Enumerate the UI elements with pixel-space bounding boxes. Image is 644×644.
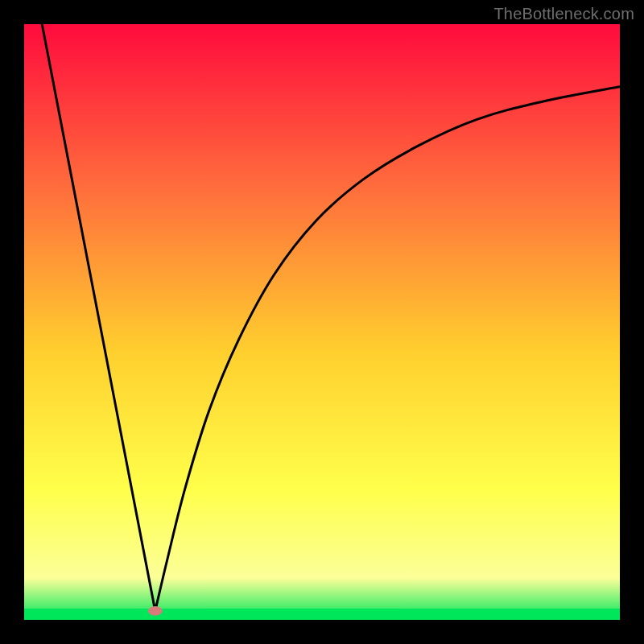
vertex-marker <box>148 606 163 616</box>
green-baseline <box>24 609 620 620</box>
bottleneck-chart <box>24 24 620 620</box>
chart-frame: TheBottleneck.com <box>0 0 644 644</box>
watermark-text: TheBottleneck.com <box>493 5 634 23</box>
gradient-background <box>24 24 620 620</box>
